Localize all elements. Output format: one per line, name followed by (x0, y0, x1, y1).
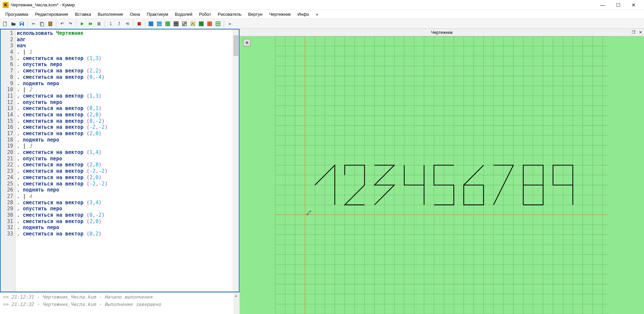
code-line[interactable]: . сместиться на вектор (0,-4) (17, 74, 231, 81)
code-line[interactable]: . | 2 (17, 87, 231, 93)
code-line[interactable]: . сместиться на вектор (1,3) (17, 93, 231, 99)
svg-rect-19 (182, 21, 187, 26)
menu-Практикум[interactable]: Практикум (143, 10, 171, 18)
code-line[interactable]: . сместиться на вектор (-2,-2) (17, 168, 231, 174)
code-line[interactable]: . | 3 (17, 143, 231, 149)
menu-Инфо[interactable]: Инфо (294, 10, 312, 18)
menu-Вертун[interactable]: Вертун (245, 10, 266, 18)
code-line[interactable]: использовать Чертежник (17, 30, 231, 37)
code-line[interactable]: . сместиться на вектор (2,0) (17, 218, 231, 225)
menu-Окна[interactable]: Окна (126, 10, 143, 18)
code-line[interactable]: . сместиться на вектор (2,0) (17, 162, 231, 168)
code-line[interactable]: . | 1 (17, 49, 231, 55)
module-1-icon[interactable] (147, 20, 155, 28)
menu-Редактирование[interactable]: Редактирование (32, 10, 71, 18)
scroll-thumb[interactable] (234, 36, 238, 56)
paste-icon[interactable] (47, 20, 54, 28)
code-line[interactable]: нач (17, 43, 231, 49)
svg-rect-5 (41, 23, 44, 26)
code-line[interactable]: . опустить перо (17, 61, 231, 68)
svg-rect-2 (20, 22, 23, 23)
code-line[interactable]: . сместиться на вектор (0,-2) (17, 212, 231, 218)
code-line[interactable]: . сместиться на вектор (2,0) (17, 112, 231, 118)
module-2-icon[interactable] (156, 20, 163, 28)
svg-rect-23 (199, 21, 204, 26)
editor-scrollbar[interactable] (233, 30, 239, 292)
svg-rect-16 (176, 22, 178, 23)
canvas-close-icon[interactable]: ✕ (637, 30, 643, 35)
code-line[interactable]: . сместиться на вектор (2,0) (17, 174, 231, 181)
new-file-icon[interactable] (1, 20, 9, 28)
code-line[interactable]: . поднять перо (17, 187, 231, 193)
code-line[interactable]: . сместиться на вектор (3,4) (17, 200, 231, 206)
redo-icon[interactable]: ↷ (67, 20, 74, 28)
code-line[interactable]: . поднять перо (17, 137, 231, 143)
canvas-menu-icon[interactable]: ≡ (243, 39, 251, 46)
left-pane: 1234567891011121314151617181920212223242… (0, 29, 240, 314)
toolbar-overflow-icon[interactable]: » (226, 20, 233, 28)
undo-icon[interactable]: ↶ (58, 20, 66, 28)
line-gutter: 1234567891011121314151617181920212223242… (1, 30, 15, 292)
module-5-icon[interactable] (181, 20, 188, 28)
code-line[interactable]: . сместиться на вектор (0,2) (17, 231, 231, 237)
app-icon: K (3, 2, 9, 8)
svg-rect-27 (218, 22, 220, 23)
svg-rect-11 (149, 21, 153, 26)
step-out-icon[interactable]: ⟲ (124, 20, 131, 28)
code-line[interactable]: . поднять перо (17, 81, 231, 87)
code-line[interactable]: . сместиться на вектор (2,0) (17, 130, 231, 137)
step-over-icon[interactable]: ⤴ (115, 20, 123, 28)
maximize-button[interactable]: ☐ (610, 0, 626, 10)
copy-icon[interactable] (38, 20, 46, 28)
canvas-area[interactable]: ≡ (240, 36, 644, 314)
svg-rect-8 (98, 22, 99, 25)
canvas-maximize-icon[interactable]: ❐ (631, 30, 637, 35)
code-line[interactable]: . опустить перо (17, 206, 231, 212)
toolbar: ✂ ↶ ↷ ⤵ ⤴ ⟲ » (0, 19, 644, 29)
menu-Чертежник[interactable]: Чертежник (266, 10, 294, 18)
module-6-icon[interactable] (189, 20, 197, 28)
save-file-icon[interactable] (18, 20, 25, 28)
code-line[interactable]: . сместиться на вектор (-2,-2) (17, 124, 231, 130)
module-4-icon[interactable] (172, 20, 180, 28)
svg-rect-29 (218, 24, 220, 25)
code-line[interactable]: . сместиться на вектор (1,4) (17, 149, 231, 156)
step-icon[interactable]: ⤵ (107, 20, 114, 28)
code-line[interactable]: . | 4 (17, 193, 231, 200)
menu-Робот[interactable]: Робот (196, 10, 215, 18)
run-icon[interactable] (78, 20, 86, 28)
code-line[interactable]: алг (17, 37, 231, 43)
run-fast-icon[interactable] (87, 20, 94, 28)
stop-icon[interactable] (136, 20, 143, 28)
menu-Водолей[interactable]: Водолей (171, 10, 196, 18)
console-scrollbar[interactable]: ▲ (233, 293, 239, 314)
menu-Вставка[interactable]: Вставка (71, 10, 94, 18)
svg-rect-12 (157, 21, 162, 26)
module-7-icon[interactable] (198, 20, 205, 28)
svg-rect-26 (216, 22, 218, 23)
minimize-button[interactable]: — (595, 0, 610, 10)
code-line[interactable]: . опустить перо (17, 99, 231, 106)
open-file-icon[interactable] (10, 20, 17, 28)
right-pane: Чертежник ❐ ✕ ≡ (240, 29, 644, 314)
code-line[interactable]: . сместиться на вектор (2,2) (17, 68, 231, 74)
cut-icon[interactable]: ✂ (30, 20, 37, 28)
code-line[interactable]: . опустить перо (17, 156, 231, 162)
code-editor[interactable]: 1234567891011121314151617181920212223242… (0, 29, 239, 292)
code-area[interactable]: использовать Чертежникалгнач. | 1. смест… (15, 30, 233, 292)
code-line[interactable]: . сместиться на вектор (1,3) (17, 55, 231, 62)
code-line[interactable]: . сместиться на вектор (0,1) (17, 105, 231, 112)
close-button[interactable]: ✕ (626, 0, 641, 10)
menu-Выполнение[interactable]: Выполнение (94, 10, 126, 18)
module-3-icon[interactable] (164, 20, 171, 28)
code-line[interactable]: . сместиться на вектор (0,-2) (17, 118, 231, 124)
module-8-icon[interactable] (206, 20, 213, 28)
menu-Рисователь[interactable]: Рисователь (214, 10, 245, 18)
svg-rect-9 (99, 22, 100, 25)
menu-Программа[interactable]: Программа (2, 10, 32, 18)
module-9-icon[interactable] (214, 20, 222, 28)
menu-overflow[interactable]: » (312, 10, 321, 18)
code-line[interactable]: . поднять перо (17, 224, 231, 231)
code-line[interactable]: . сместиться на вектор (-2,-2) (17, 181, 231, 187)
pause-icon[interactable] (95, 20, 103, 28)
